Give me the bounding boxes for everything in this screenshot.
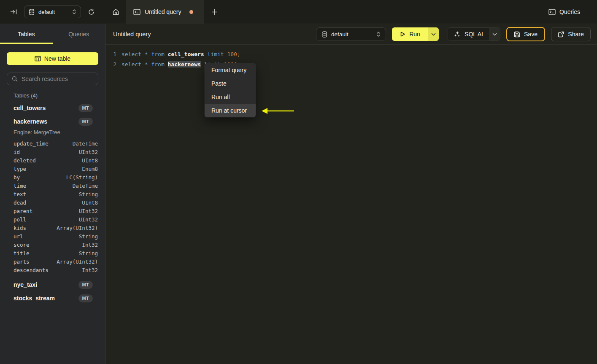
- save-button[interactable]: Save: [506, 27, 545, 41]
- sql-ai-label: SQL AI: [465, 31, 483, 38]
- toolbar-database-selector[interactable]: default: [316, 27, 386, 41]
- topbar-left: default: [0, 0, 105, 24]
- token: select * from: [122, 51, 168, 57]
- sidebar-tabs: Tables Queries: [0, 24, 105, 44]
- sidebar-tab-queries[interactable]: Queries: [53, 24, 105, 44]
- sql-editor[interactable]: 1select * from cell_towers limit 100;2se…: [105, 45, 597, 364]
- token: cell_towers: [168, 51, 204, 57]
- table-item-hackernews[interactable]: hackernewsMT: [14, 116, 93, 127]
- column-name: url: [14, 233, 23, 240]
- column-row: idUInt32: [14, 148, 98, 156]
- column-row: textString: [14, 190, 98, 198]
- context-menu: Format queryPasteRun allRun at cursor: [205, 63, 256, 117]
- column-row: scoreInt32: [14, 240, 98, 249]
- tabstrip: Untitled query: [105, 0, 224, 24]
- column-type: DateTime: [73, 183, 98, 189]
- column-name: score: [14, 242, 30, 248]
- column-type: DateTime: [73, 140, 98, 147]
- collapse-sidebar-icon[interactable]: [10, 8, 17, 15]
- run-button-group: Run: [392, 27, 439, 41]
- column-name: parts: [14, 259, 30, 265]
- column-row: partsArray(UInt32): [14, 257, 98, 266]
- column-row: kidsArray(UInt32): [14, 224, 98, 232]
- code-line: 2select * from hackernews limit 1000: [105, 59, 597, 69]
- sql-ai-button[interactable]: SQL AI: [448, 28, 489, 40]
- queries-button[interactable]: Queries: [548, 8, 580, 15]
- line-number: 2: [105, 61, 116, 67]
- sql-ai-button-group: SQL AI: [448, 27, 500, 41]
- column-type: LC(String): [66, 174, 98, 181]
- context-menu-item-run-all[interactable]: Run all: [205, 90, 256, 104]
- column-name: time: [14, 183, 26, 189]
- updown-chevron-icon: [376, 31, 381, 37]
- context-menu-item-format-query[interactable]: Format query: [205, 63, 256, 77]
- run-options-button[interactable]: [428, 27, 439, 41]
- column-type: String: [79, 191, 98, 197]
- column-name: parent: [14, 208, 32, 214]
- column-type: Int32: [82, 267, 98, 273]
- database-icon: [321, 31, 327, 38]
- home-tab[interactable]: [105, 0, 126, 24]
- share-icon: [558, 31, 564, 38]
- column-name: deleted: [14, 157, 36, 164]
- column-type: Enum8: [82, 166, 98, 172]
- engine-badge: MT: [78, 281, 93, 289]
- tab-label: Untitled query: [145, 8, 181, 15]
- new-table-button[interactable]: New table: [7, 52, 98, 65]
- column-type: UInt32: [79, 149, 98, 155]
- terminal-icon: [548, 9, 556, 15]
- run-label: Run: [409, 31, 420, 38]
- column-row: typeEnum8: [14, 164, 98, 173]
- column-name: type: [14, 166, 26, 172]
- context-menu-item-run-at-cursor[interactable]: Run at cursor: [205, 104, 256, 117]
- column-name: kids: [14, 225, 26, 231]
- table-list: cell_towersMThackernewsMTEngine: MergeTr…: [0, 99, 105, 306]
- column-type: UInt8: [82, 157, 98, 164]
- column-name: update_time: [14, 140, 49, 147]
- body: Tables Queries New table: [0, 24, 597, 364]
- engine-label: Engine: MergeTree: [14, 129, 105, 138]
- topbar-database-value: default: [38, 9, 55, 15]
- column-name: id: [14, 149, 20, 155]
- run-button[interactable]: Run: [392, 27, 428, 41]
- refresh-button[interactable]: [88, 8, 95, 16]
- play-icon: [400, 31, 405, 37]
- table-item-nyc_taxi[interactable]: nyc_taxiMT: [14, 279, 93, 291]
- sidebar: Tables Queries New table: [0, 24, 105, 364]
- table-name: stocks_stream: [14, 295, 55, 302]
- column-row: descendantsInt32: [14, 266, 98, 274]
- search-input[interactable]: Search resources: [7, 73, 98, 85]
- context-menu-item-paste[interactable]: Paste: [205, 77, 256, 90]
- sql-ai-options-button[interactable]: [489, 28, 500, 40]
- app: default: [0, 0, 597, 364]
- column-type: Array(UInt32): [57, 225, 98, 231]
- token: 100;: [227, 51, 240, 57]
- new-table-label: New table: [44, 55, 70, 62]
- table-item-stocks_stream[interactable]: stocks_streamMT: [14, 292, 93, 304]
- column-row: urlString: [14, 232, 98, 240]
- terminal-icon: [133, 9, 140, 15]
- save-icon: [514, 31, 520, 38]
- column-name: by: [14, 174, 20, 181]
- topbar: default: [0, 0, 597, 24]
- column-type: Array(UInt32): [57, 259, 98, 265]
- table-item-cell_towers[interactable]: cell_towersMT: [14, 102, 93, 114]
- token: select * from: [122, 61, 168, 67]
- table-icon: [35, 56, 41, 62]
- token: limit: [208, 51, 224, 57]
- new-tab-button[interactable]: [204, 0, 224, 24]
- column-type: String: [79, 233, 98, 240]
- query-title: Untitled query: [113, 31, 151, 38]
- engine-badge: MT: [78, 118, 93, 126]
- sidebar-tab-tables[interactable]: Tables: [0, 24, 53, 44]
- column-type: UInt8: [82, 200, 98, 206]
- annotation-arrow: [261, 107, 296, 115]
- column-type: String: [79, 250, 98, 256]
- database-icon: [29, 9, 35, 15]
- share-button[interactable]: Share: [551, 27, 591, 41]
- tab-untitled-query[interactable]: Untitled query: [126, 0, 204, 24]
- column-list: update_timeDateTimeidUInt32deletedUInt8t…: [0, 139, 105, 274]
- column-name: text: [14, 191, 26, 197]
- topbar-database-selector[interactable]: default: [24, 5, 81, 18]
- column-row: byLC(String): [14, 173, 98, 181]
